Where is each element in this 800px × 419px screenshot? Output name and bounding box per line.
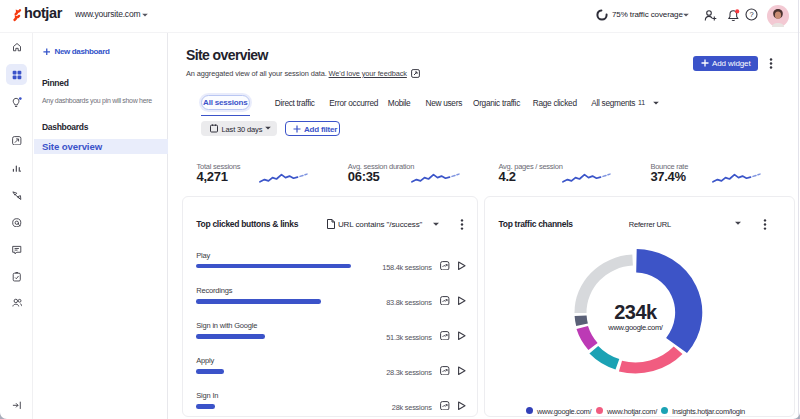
svg-text:?: ? bbox=[749, 10, 753, 19]
